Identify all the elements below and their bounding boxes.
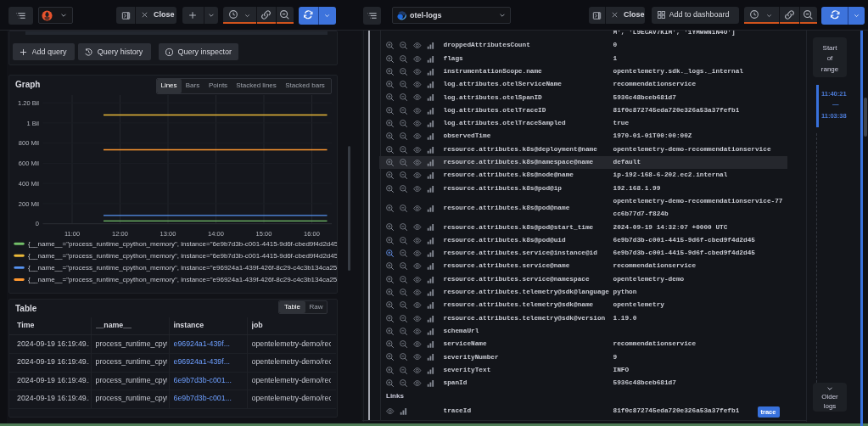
svg-text:800 Mil: 800 Mil: [19, 139, 40, 147]
svg-text:12:00: 12:00: [112, 230, 128, 238]
svg-text:{__name__="process_runtime_cpy: {__name__="process_runtime_cpython_memor…: [28, 264, 337, 272]
svg-text:200 Mil: 200 Mil: [19, 200, 40, 208]
svg-text:{__name__="process_runtime_cpy: {__name__="process_runtime_cpython_memor…: [28, 240, 337, 248]
svg-text:11:00: 11:00: [64, 230, 80, 238]
svg-text:1 Bil: 1 Bil: [26, 120, 39, 127]
svg-text:400 Mil: 400 Mil: [19, 180, 40, 188]
svg-text:13:00: 13:00: [160, 230, 176, 238]
svg-text:14:00: 14:00: [208, 230, 224, 238]
svg-text:600 Mil: 600 Mil: [19, 160, 40, 167]
svg-text:{__name__="process_runtime_cpy: {__name__="process_runtime_cpython_memor…: [28, 252, 337, 260]
svg-text:{__name__="process_runtime_cpy: {__name__="process_runtime_cpython_memor…: [28, 276, 337, 283]
svg-text:0: 0: [36, 220, 39, 227]
svg-text:16:00: 16:00: [304, 230, 320, 238]
svg-text:15:00: 15:00: [256, 230, 272, 238]
svg-text:1.20 Bil: 1.20 Bil: [18, 99, 39, 107]
